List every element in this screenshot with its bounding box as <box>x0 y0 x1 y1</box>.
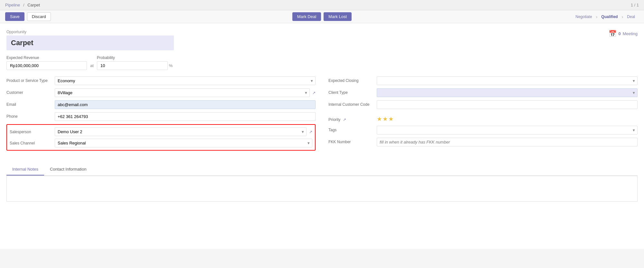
client-type-select[interactable] <box>377 88 638 97</box>
phone-row: Phone <box>6 112 316 121</box>
probability-group: Probability % <box>97 55 173 70</box>
mark-buttons: Mark Deal Mark Lost <box>292 12 352 21</box>
customer-external-link-icon[interactable]: ↗ <box>312 91 316 95</box>
fkk-number-row: FKK Number <box>328 138 638 146</box>
main-content: 📅 0 Meeting Opportunity Expected Revenue… <box>0 23 644 249</box>
opportunity-title-input[interactable] <box>6 35 174 50</box>
notes-area[interactable] <box>6 176 638 202</box>
product-service-select[interactable]: Economy <box>55 76 316 85</box>
status-deal[interactable]: Deal <box>623 13 639 20</box>
percent-text: % <box>169 63 173 68</box>
priority-label: Priority ↗ <box>328 115 374 122</box>
action-bar: Save Discard Mark Deal Mark Lost Negotia… <box>0 10 644 23</box>
opportunity-label: Opportunity <box>6 30 638 34</box>
product-service-row: Product or Service Type Economy <box>6 76 316 85</box>
internal-customer-code-row: Internal Customer Code <box>328 100 638 109</box>
tags-label: Tags <box>328 126 374 132</box>
mark-deal-button[interactable]: Mark Deal <box>292 12 321 21</box>
tab-internal-notes[interactable]: Internal Notes <box>6 164 44 175</box>
email-label: Email <box>6 100 52 107</box>
salesperson-external-link-icon[interactable]: ↗ <box>309 130 312 134</box>
breadcrumb: Pipeline / Carpet <box>5 3 40 7</box>
calendar-icon: 📅 <box>609 30 617 37</box>
probability-input[interactable] <box>97 61 168 70</box>
tabs: Internal Notes Contact Information <box>6 164 638 176</box>
tags-row: Tags <box>328 126 638 134</box>
client-type-label: Client Type <box>328 88 374 95</box>
status-pipeline: Negotiate › Qualified › Deal <box>572 13 639 20</box>
salesperson-sales-channel-section: Salesperson Demo User 2 ↗ Sales Channel <box>6 124 316 151</box>
form-right: Expected Closing Client Type <box>328 76 638 154</box>
salesperson-row: Salesperson Demo User 2 ↗ <box>10 127 312 136</box>
status-qualified[interactable]: Qualified <box>597 13 621 20</box>
meeting-count: 0 <box>619 31 621 36</box>
breadcrumb-current: Carpet <box>27 3 40 7</box>
customer-select[interactable]: 8Village <box>55 88 310 97</box>
sales-channel-row: Sales Channel Sales Regional <box>10 139 312 147</box>
customer-row: Customer 8Village ↗ <box>6 88 316 97</box>
tab-contact-information[interactable]: Contact Information <box>44 164 92 175</box>
priority-stars[interactable]: ★★★ <box>377 116 394 122</box>
form-body: Product or Service Type Economy Customer <box>6 76 638 154</box>
status-negotiate[interactable]: Negotiate <box>572 13 596 20</box>
form-left: Product or Service Type Economy Customer <box>6 76 316 154</box>
fkk-number-input[interactable] <box>377 138 638 146</box>
save-button[interactable]: Save <box>5 12 24 21</box>
expected-closing-select[interactable] <box>377 76 638 85</box>
customer-label: Customer <box>6 88 52 95</box>
probability-label: Probability <box>97 55 173 60</box>
internal-customer-code-label: Internal Customer Code <box>328 100 374 107</box>
sales-channel-select[interactable]: Sales Regional <box>55 139 312 147</box>
breadcrumb-parent[interactable]: Pipeline <box>5 3 20 7</box>
internal-customer-code-input[interactable] <box>377 100 638 109</box>
meeting-widget[interactable]: 📅 0 Meeting <box>609 30 638 37</box>
salesperson-label: Salesperson <box>10 130 52 134</box>
expected-revenue-label: Expected Revenue <box>6 55 87 60</box>
phone-input[interactable] <box>55 112 316 121</box>
client-type-row: Client Type <box>328 88 638 97</box>
form-container: 📅 0 Meeting Opportunity Expected Revenue… <box>6 30 638 202</box>
top-bar: Pipeline / Carpet 1 / 1 <box>0 0 644 10</box>
page-count: 1 / 1 <box>631 3 639 7</box>
action-buttons: Save Discard <box>5 12 51 21</box>
expected-closing-row: Expected Closing <box>328 76 638 85</box>
priority-external-link-icon[interactable]: ↗ <box>343 117 346 122</box>
mark-lost-button[interactable]: Mark Lost <box>324 12 352 21</box>
salesperson-select[interactable]: Demo User 2 <box>55 127 307 136</box>
breadcrumb-separator: / <box>23 3 24 7</box>
tags-select[interactable] <box>377 126 638 134</box>
discard-button[interactable]: Discard <box>27 12 51 21</box>
sales-channel-label: Sales Channel <box>10 141 52 145</box>
email-row: Email <box>6 100 316 109</box>
email-input[interactable] <box>55 100 316 109</box>
expected-revenue-group: Expected Revenue <box>6 55 87 70</box>
revenue-row: Expected Revenue at Probability % <box>6 55 638 70</box>
priority-row: Priority ↗ ★★★ <box>328 115 638 123</box>
at-text: at <box>90 63 94 68</box>
meeting-label: Meeting <box>623 31 638 36</box>
fkk-number-label: FKK Number <box>328 138 374 144</box>
product-service-label: Product or Service Type <box>6 76 52 83</box>
expected-closing-label: Expected Closing <box>328 76 374 83</box>
form-header: Opportunity <box>6 30 638 50</box>
phone-label: Phone <box>6 112 52 119</box>
expected-revenue-input[interactable] <box>6 61 87 70</box>
product-service-value: Economy <box>55 76 316 85</box>
